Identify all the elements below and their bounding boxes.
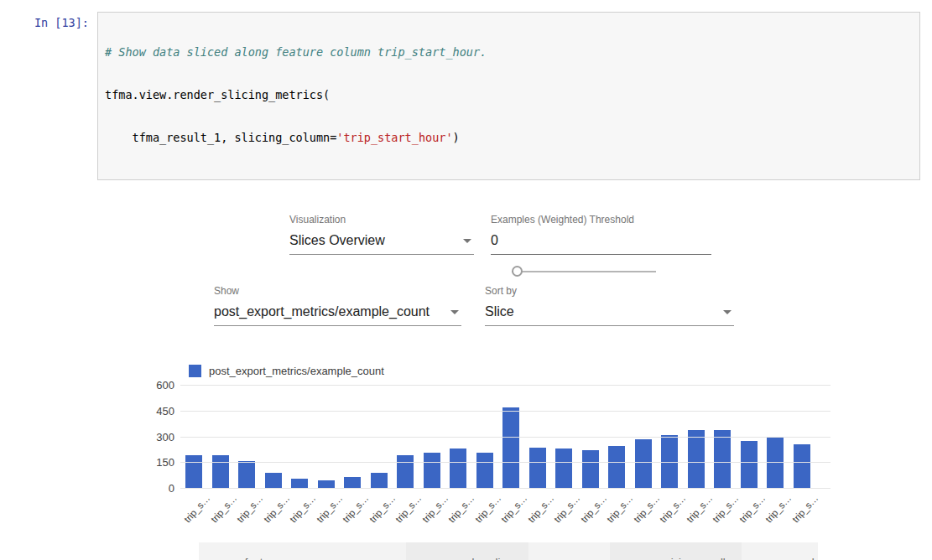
bar[interactable] (767, 438, 784, 489)
bar[interactable] (529, 448, 546, 489)
code-line: tfma_result_1, slicing_column='trip_star… (105, 131, 913, 145)
x-axis-label: trip_s… (688, 489, 705, 519)
chevron-down-icon[interactable] (723, 310, 732, 314)
code-string: 'trip_start_hour' (336, 131, 452, 144)
bar[interactable] (212, 455, 229, 489)
bar[interactable] (794, 444, 810, 489)
x-axis-labels: trip_s…trip_s…trip_s…trip_s…trip_s…trip_… (180, 489, 832, 519)
bars (180, 386, 830, 489)
legend-swatch (189, 365, 201, 377)
slider-track[interactable] (512, 271, 656, 272)
notebook-page: In [13]: # Show data sliced along featur… (0, 0, 932, 560)
x-axis-label: trip_s… (212, 489, 229, 519)
x-axis-label: trip_s… (502, 489, 519, 519)
x-axis-label: trip_s… (661, 489, 678, 519)
bar[interactable] (635, 439, 652, 489)
x-axis-label: trip_s… (582, 489, 599, 519)
metrics-table-header-row: featureaccuracyaccuracy_baselineaucauc_p… (199, 542, 818, 560)
legend-label: post_export_metrics/example_count (209, 365, 384, 377)
controls-row-1: Visualization Slices Overview Examples (… (151, 214, 832, 285)
slider-handle[interactable] (512, 266, 523, 277)
visualization-dropdown[interactable]: Visualization Slices Overview (289, 214, 474, 255)
x-axis-label: trip_s… (529, 489, 546, 519)
x-axis-label: trip_s… (741, 489, 758, 519)
code-comment: # Show data sliced along feature column … (105, 45, 487, 59)
y-axis-tick-label: 300 (149, 431, 174, 443)
chevron-down-icon[interactable] (450, 310, 459, 314)
x-axis-label: trip_s… (371, 489, 388, 519)
metrics-table-wrap: featureaccuracyaccuracy_baselineaucauc_p… (199, 541, 818, 560)
x-axis-label: trip_s… (185, 489, 202, 519)
column-header: auc_precision_recall (610, 542, 742, 560)
threshold-field: Examples (Weighted) Threshold (491, 214, 711, 255)
x-axis-label: trip_s… (476, 489, 493, 519)
code-line: tfma.view.render_slicing_metrics( (105, 88, 913, 102)
visualization-value[interactable]: Slices Overview (289, 231, 474, 255)
x-axis-label: trip_s… (291, 489, 308, 519)
x-axis-label: trip_s… (238, 489, 255, 519)
column-header: feature (199, 542, 325, 560)
slicing-metrics-widget: Visualization Slices Overview Examples (… (151, 214, 832, 560)
x-axis-label: trip_s… (714, 489, 731, 519)
plot-area: 0150300450600 (180, 386, 830, 489)
sort-by-dropdown[interactable]: Sort by Slice (485, 285, 734, 326)
bar[interactable] (344, 477, 361, 489)
chevron-down-icon[interactable] (463, 239, 471, 243)
controls-row-2: Show post_export_metrics/example_count S… (151, 285, 832, 335)
y-axis-tick-label: 150 (149, 456, 174, 469)
chart-legend: post_export_metrics/example_count (189, 364, 832, 377)
gridline (180, 462, 830, 463)
bar[interactable] (238, 461, 255, 489)
bar[interactable] (741, 441, 758, 489)
y-axis-tick-label: 600 (149, 379, 174, 391)
x-axis-label: trip_s… (450, 489, 466, 519)
x-axis-label: trip_s… (318, 489, 335, 519)
show-dropdown[interactable]: Show post_export_metrics/example_count (214, 285, 461, 326)
bar[interactable] (688, 430, 705, 489)
threshold-slider[interactable] (512, 266, 656, 277)
bar[interactable] (265, 473, 282, 489)
x-axis-label: trip_s… (397, 489, 414, 519)
show-value[interactable]: post_export_metrics/example_count (214, 303, 461, 326)
x-axis-label: trip_s… (608, 489, 625, 519)
bar[interactable] (371, 473, 388, 489)
bar[interactable] (608, 446, 625, 489)
column-header: average_los (742, 542, 818, 560)
x-axis-label: trip_s… (555, 489, 572, 519)
bar[interactable] (555, 449, 572, 489)
sort-by-label: Sort by (485, 285, 734, 297)
bar[interactable] (185, 455, 202, 489)
gridline (180, 385, 830, 386)
code-editor[interactable]: # Show data sliced along feature column … (97, 12, 920, 180)
threshold-label: Examples (Weighted) Threshold (491, 214, 711, 226)
sort-by-value[interactable]: Slice (485, 303, 734, 326)
slices-bar-chart: post_export_metrics/example_count 015030… (151, 364, 832, 519)
column-header: auc (528, 542, 610, 560)
y-axis-tick-label: 450 (149, 405, 174, 417)
x-axis-label: trip_s… (424, 489, 440, 519)
bar[interactable] (714, 430, 731, 489)
bar[interactable] (582, 450, 599, 489)
x-axis-label: trip_s… (635, 489, 652, 519)
show-label: Show (214, 285, 461, 297)
visualization-label: Visualization (289, 214, 474, 226)
x-axis-label: trip_s… (794, 489, 810, 519)
metrics-table: featureaccuracyaccuracy_baselineaucauc_p… (199, 541, 818, 560)
bar[interactable] (450, 449, 466, 489)
gridline (180, 411, 830, 412)
bar[interactable] (502, 407, 519, 489)
bar[interactable] (424, 453, 440, 489)
bar[interactable] (397, 455, 414, 489)
column-header: accuracy_baseline (406, 542, 528, 560)
code-cell: In [13]: # Show data sliced along featur… (0, 0, 932, 180)
x-axis-label: trip_s… (767, 489, 784, 519)
gridline (180, 437, 830, 438)
x-axis-label: trip_s… (344, 489, 361, 519)
code-line: # Show data sliced along feature column … (105, 45, 913, 60)
bar[interactable] (476, 453, 493, 489)
threshold-input[interactable] (491, 231, 711, 255)
input-prompt: In [13]: (12, 12, 89, 180)
column-header: accuracy (325, 542, 406, 560)
x-axis-label: trip_s… (265, 489, 282, 519)
y-axis-tick-label: 0 (149, 482, 174, 495)
